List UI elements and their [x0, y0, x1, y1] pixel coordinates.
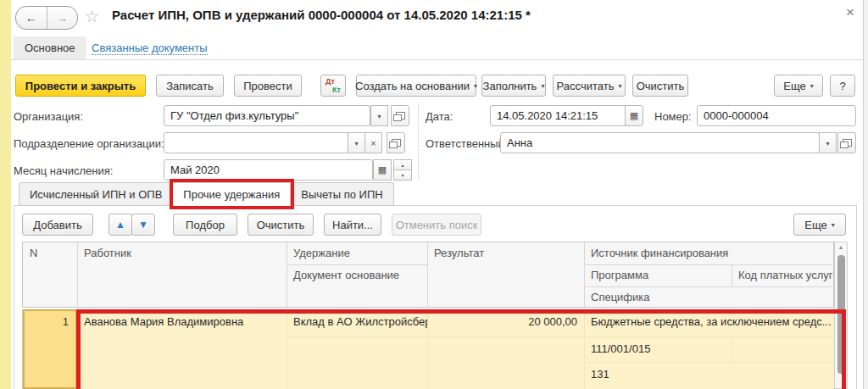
fill-label: Заполнить	[483, 80, 537, 92]
dt-kt-postings-button[interactable]: Дт Кт	[320, 75, 346, 97]
calendar-icon: ▦	[630, 110, 638, 121]
organization-label: Организация:	[14, 110, 83, 123]
pick-button[interactable]: Подбор	[173, 214, 237, 236]
find-button[interactable]: Найти...	[324, 214, 381, 236]
tab-ipn-deductions[interactable]: Вычеты по ИПН	[291, 182, 393, 206]
chevron-down-icon: ▾	[826, 139, 829, 147]
clear-x-icon: ×	[370, 138, 376, 148]
deduction-cell[interactable]: Вклад в АО Жилстройсбербанк	[287, 309, 427, 336]
favorites-star-icon[interactable]: ☆	[85, 7, 99, 26]
calculate-button[interactable]: Рассчитать▾	[553, 75, 626, 97]
column-divider	[427, 242, 428, 307]
result-cell[interactable]: 20 000,00	[427, 309, 584, 336]
close-icon[interactable]: ×	[846, 4, 854, 21]
row-number-cell[interactable]: 1	[23, 309, 77, 389]
move-down-button[interactable]: ▼	[131, 214, 155, 236]
row-divider	[287, 264, 428, 265]
accrual-month-spin-down[interactable]: ▾	[393, 169, 412, 181]
save-button[interactable]: Записать	[156, 75, 224, 97]
forward-button[interactable]: →	[47, 7, 78, 29]
grid-more-label: Еще	[804, 219, 826, 231]
col-header-n[interactable]: N	[30, 247, 37, 259]
table-row[interactable]: 1 Аванова Мария Владимировна Вклад в АО …	[22, 309, 834, 389]
col-header-specifics[interactable]: Специфика	[591, 291, 650, 303]
number-input[interactable]: 0000-000004	[697, 105, 856, 126]
add-row-button[interactable]: Добавить	[22, 214, 93, 236]
number-value: 0000-000004	[704, 109, 769, 122]
cell-divider	[584, 309, 585, 389]
kt-icon: Кт	[332, 86, 341, 94]
help-button[interactable]: ?	[830, 75, 855, 97]
organization-input[interactable]: ГУ "Отдел физ.культуры"	[164, 105, 370, 126]
row-divider	[584, 286, 833, 287]
responsible-dropdown-button[interactable]: ▾	[819, 132, 837, 153]
responsible-open-button[interactable]	[837, 132, 856, 153]
department-label: Подразделение организации:	[14, 137, 164, 150]
pick-label: Подбор	[186, 219, 225, 231]
col-header-program[interactable]: Программа	[591, 269, 648, 281]
accrual-month-input[interactable]: Май 2020	[164, 159, 373, 181]
move-up-button[interactable]: ▲	[108, 214, 132, 236]
clear-button[interactable]: Очистить	[632, 75, 688, 97]
organization-open-button[interactable]	[391, 105, 409, 126]
base-document-cell[interactable]	[287, 336, 427, 389]
post-button[interactable]: Провести	[234, 75, 302, 97]
cancel-search-button[interactable]: Отменить поиск	[392, 214, 481, 236]
department-dropdown-button[interactable]: ▾	[348, 132, 365, 153]
organization-value: ГУ "Отдел физ.культуры"	[170, 109, 298, 122]
chevron-down-icon: ▾	[377, 112, 381, 120]
page-tabs: Исчисленный ИПН и ОПВ Прочие удержания В…	[19, 182, 394, 206]
header-divider	[11, 59, 863, 60]
back-button[interactable]: ←	[16, 7, 47, 29]
more-button[interactable]: Еще▾	[774, 75, 823, 97]
department-input[interactable]	[164, 132, 348, 153]
tab-other-deductions[interactable]: Прочие удержания	[173, 182, 291, 206]
back-icon: ←	[25, 11, 37, 25]
date-input[interactable]: 14.05.2020 14:21:15	[490, 105, 626, 126]
accrual-month-calendar-button[interactable]: ▦	[373, 159, 392, 181]
grid-more-button[interactable]: Еще▾	[793, 214, 846, 236]
col-header-paid-services-code[interactable]: Код платных услуг	[738, 269, 833, 281]
chevron-down-icon: ▾	[354, 139, 358, 147]
calculate-label: Рассчитать	[557, 80, 615, 92]
employee-cell[interactable]: Аванова Мария Владимировна	[77, 309, 287, 389]
grid-clear-button[interactable]: Очистить	[248, 214, 314, 236]
open-form-icon	[843, 139, 852, 147]
forward-icon: →	[56, 11, 68, 25]
open-form-icon	[396, 112, 405, 119]
fill-button[interactable]: Заполнить▾	[481, 75, 546, 97]
help-label: ?	[839, 80, 845, 92]
tab-main-section[interactable]: Основное	[14, 36, 86, 60]
scrollbar-up-icon[interactable]: ▲	[834, 244, 848, 250]
date-calendar-button[interactable]: ▦	[625, 105, 643, 126]
department-clear-button[interactable]: ×	[364, 132, 382, 153]
cancel-search-label: Отменить поиск	[396, 219, 478, 231]
responsible-input[interactable]: Анна	[500, 132, 820, 153]
col-header-base-document[interactable]: Документ основание	[293, 269, 399, 281]
specifics-cell[interactable]: 131	[584, 362, 835, 389]
col-header-result[interactable]: Результат	[434, 247, 484, 259]
linked-documents-link[interactable]: Связанные документы	[92, 42, 208, 55]
arrow-down-icon: ▼	[138, 219, 148, 231]
row-divider	[584, 264, 833, 265]
col-header-employee[interactable]: Работник	[84, 247, 131, 259]
grid-clear-label: Очистить	[257, 219, 305, 231]
program-cell[interactable]: 111/001/015	[584, 336, 732, 362]
create-on-basis-button[interactable]: Создать на основании▾	[356, 75, 476, 97]
organization-dropdown-button[interactable]: ▾	[370, 105, 388, 126]
post-and-close-button[interactable]: Провести и закрыть	[15, 75, 146, 97]
calendar-icon: ▦	[378, 164, 387, 175]
paid-services-code-cell[interactable]	[732, 336, 835, 362]
spin-down-icon: ▾	[401, 172, 403, 178]
col-header-deduction[interactable]: Удержание	[293, 247, 350, 259]
funding-source-cell[interactable]: Бюджетные средства, за исключением средс…	[584, 309, 835, 336]
date-label: Дата:	[426, 110, 453, 123]
tab-calculated-ipn-opv[interactable]: Исчисленный ИПН и ОПВ	[19, 182, 173, 206]
scrollbar-thumb[interactable]	[837, 255, 845, 374]
table-header: N Работник Удержание Документ основание …	[22, 242, 834, 308]
col-header-funding-source[interactable]: Источник финансирования	[591, 247, 728, 259]
column-divider	[732, 264, 732, 286]
department-open-button[interactable]	[387, 132, 405, 153]
dt-icon: Дт	[326, 78, 335, 86]
column-divider	[584, 242, 585, 307]
